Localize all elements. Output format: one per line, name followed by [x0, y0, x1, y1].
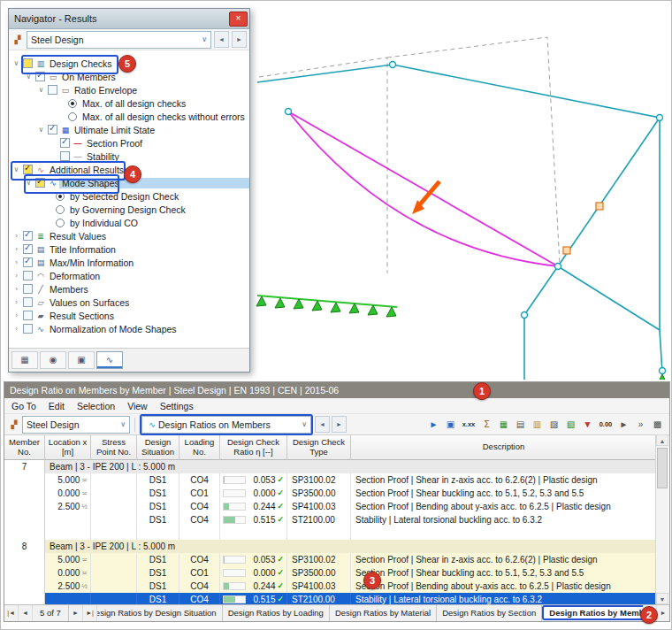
tree-item-ultimate-limit-state[interactable]: ∨▦Ultimate Limit State — [9, 123, 249, 136]
chevron-down-icon: ∨ — [117, 420, 126, 428]
checkbox-section-proof[interactable] — [60, 138, 70, 148]
previous-category-button[interactable]: ◄ — [214, 31, 229, 48]
tree-item-max-min-information[interactable]: ›▤Max/Min Information — [9, 256, 249, 269]
panel-toggle-icon[interactable]: ▩ — [649, 417, 666, 433]
next-record-button[interactable]: ► — [69, 605, 83, 621]
result-row[interactable]: 5.000≍DS1CO40.053✓SP3100.02Section Proof… — [4, 473, 657, 487]
vertical-scrollbar[interactable]: ▲ ▼ — [655, 434, 668, 604]
checkbox-normalization-of-mode-shapes[interactable] — [23, 324, 33, 334]
result-row[interactable]: 5.000≍DS1CO40.053✓SP3100.02Section Proof… — [4, 553, 657, 566]
menu-view[interactable]: View — [127, 401, 148, 411]
column-header-location-x-m: Location x [m] — [45, 435, 91, 460]
tree-item-title-information[interactable]: ›▤Title Information — [9, 242, 249, 256]
icon-title-information: ▤ — [34, 245, 47, 254]
table-titlebar[interactable]: Design Ratio on Members by Member | Stee… — [4, 382, 669, 398]
result-row[interactable]: DS1CO40.515✓ST2100.00Stability | Lateral… — [4, 513, 657, 526]
radio-max-of-all-design-checks[interactable] — [68, 99, 77, 108]
checkbox-mode-shapes[interactable] — [35, 178, 45, 188]
tree-item-by-selected-design-check[interactable]: by Selected Design Check — [9, 189, 249, 203]
checkbox-ultimate-limit-state[interactable] — [48, 125, 57, 134]
show-values-icon[interactable]: x.xx — [459, 417, 478, 433]
radio-max-of-all-design-checks-without-errors[interactable] — [68, 112, 77, 121]
previous-record-button[interactable]: ◄ — [19, 605, 33, 621]
tree-item-ratio-envelope[interactable]: ∨▭Ratio Envelope — [9, 83, 249, 96]
tab-design-ratios-by-section[interactable]: Design Ratios by Section — [437, 605, 542, 621]
box-select-icon[interactable]: ▣ — [442, 417, 459, 433]
first-record-button[interactable]: |◄ — [4, 605, 19, 621]
results-tab[interactable]: ∿ — [96, 351, 123, 369]
scrollbar-thumb[interactable] — [657, 448, 668, 488]
result-row[interactable]: 2.500½DS1CO40.244✓SP4100.03Section Proof… — [4, 580, 657, 593]
tree-item-result-values[interactable]: ›≣Result Values — [9, 229, 249, 242]
checkbox-stability[interactable] — [60, 151, 70, 161]
next-table-button[interactable]: ► — [332, 416, 347, 433]
tree-item-result-sections[interactable]: ›▰Result Sections — [9, 309, 249, 322]
navigator-titlebar[interactable]: Navigator - Results × — [9, 9, 249, 29]
scroll-down-icon[interactable]: ▼ — [656, 593, 668, 604]
tree-item-by-governing-design-check[interactable]: by Governing Design Check — [9, 203, 249, 216]
tabs-scroll-right-icon[interactable]: ► — [656, 605, 669, 621]
result-row[interactable]: 0.000≍DS1CO10.000✓SP3500.00Section Proof… — [4, 487, 657, 500]
checkbox-max-min-information[interactable] — [23, 257, 33, 267]
tree-item-stability[interactable]: —Stability — [9, 150, 249, 163]
select-members-icon[interactable]: ► — [425, 417, 442, 433]
design-module-select[interactable]: Steel Design ∨ — [22, 416, 130, 434]
tree-item-normalization-of-mode-shapes[interactable]: ›∿Normalization of Mode Shapes — [9, 322, 249, 335]
decimal-filter-icon[interactable]: 0.00 — [596, 417, 615, 433]
checkbox-additional-results[interactable] — [23, 165, 33, 174]
checkbox-result-values[interactable] — [23, 231, 33, 241]
last-record-button[interactable]: ►| — [83, 605, 97, 621]
radio-by-governing-design-check[interactable] — [56, 205, 65, 214]
tab-design-ratios-by-loading[interactable]: Design Ratios by Loading — [223, 605, 330, 621]
tree-item-members[interactable]: ›╱Members — [9, 282, 249, 296]
camera-tab[interactable]: ▣ — [68, 351, 95, 369]
checkbox-result-sections[interactable] — [23, 311, 33, 320]
tree-item-deformation[interactable]: ›◠Deformation — [9, 269, 249, 282]
print-icon[interactable]: ▨ — [546, 417, 562, 433]
checkbox-on-members[interactable] — [35, 72, 45, 81]
next-category-button[interactable]: ► — [232, 31, 247, 48]
extreme-values-icon[interactable]: Σ — [478, 417, 495, 433]
checkbox-ratio-envelope[interactable] — [48, 85, 57, 95]
expand-closed-icon: › — [11, 272, 21, 280]
checkbox-design-checks[interactable] — [23, 58, 33, 68]
checkbox-title-information[interactable] — [23, 244, 33, 254]
result-grid-icon[interactable]: ▦ — [495, 417, 512, 433]
tree-item-max-of-all-design-checks[interactable]: Max. of all design checks — [9, 96, 249, 110]
close-icon[interactable]: × — [229, 12, 248, 27]
tree-item-values-on-surfaces[interactable]: ›▱Values on Surfaces — [9, 296, 249, 309]
menu-selection[interactable]: Selection — [77, 401, 115, 411]
result-category-select[interactable]: Steel Design ∨ — [27, 31, 211, 49]
result-row[interactable]: 2.500½DS1CO40.244✓SP4100.03Section Proof… — [4, 500, 657, 513]
tab-design-ratios-by-design-situation[interactable]: Design Ratios by Design Situation — [97, 605, 223, 621]
menu-edit[interactable]: Edit — [49, 401, 65, 411]
radio-by-individual-co[interactable] — [56, 219, 65, 227]
tab-design-ratios-by-material[interactable]: Design Ratios by Material — [330, 605, 437, 621]
previous-table-button[interactable]: ◄ — [315, 416, 330, 433]
result-table-select[interactable]: ∿ Design Ratios on Members ∨ — [141, 416, 311, 434]
scroll-up-icon[interactable]: ▲ — [656, 434, 668, 446]
menu-settings[interactable]: Settings — [160, 401, 194, 411]
checkbox-deformation[interactable] — [23, 271, 33, 280]
checkbox-values-on-surfaces[interactable] — [23, 297, 33, 307]
filter-funnel-icon[interactable]: ▼ — [579, 417, 596, 433]
export-icon[interactable]: ▧ — [562, 417, 579, 433]
result-row[interactable]: 0.000≍DS1CO10.000✓SP3500.00Section Proof… — [4, 566, 657, 580]
overflow-icon[interactable]: » — [632, 417, 649, 433]
tree-item-max-of-all-design-checks-without-errors[interactable]: Max. of all design checks without errors — [9, 110, 249, 123]
icon-ratio-envelope: ▭ — [59, 86, 72, 95]
table-folders-icon[interactable]: ▥ — [529, 417, 546, 433]
visibility-tab[interactable]: ◉ — [40, 351, 66, 369]
checkbox-members[interactable] — [23, 284, 33, 294]
tree-item-by-individual-co[interactable]: by Individual CO — [9, 216, 249, 229]
model-viewport[interactable] — [248, 8, 671, 380]
tree-item-section-proof[interactable]: —Section Proof — [9, 136, 249, 150]
ratio-bar — [223, 503, 246, 511]
menu-go-to[interactable]: Go To — [11, 401, 36, 411]
display-properties-tab[interactable]: ▦ — [11, 351, 38, 369]
location-cell: 0.000≍ — [45, 487, 91, 500]
radio-by-selected-design-check[interactable] — [56, 192, 65, 201]
jump-to-graphic-icon[interactable]: ► — [615, 417, 632, 433]
tab-design-ratios-by-member[interactable]: Design Ratios by Member — [542, 605, 643, 620]
table-views-icon[interactable]: ▤ — [512, 417, 529, 433]
